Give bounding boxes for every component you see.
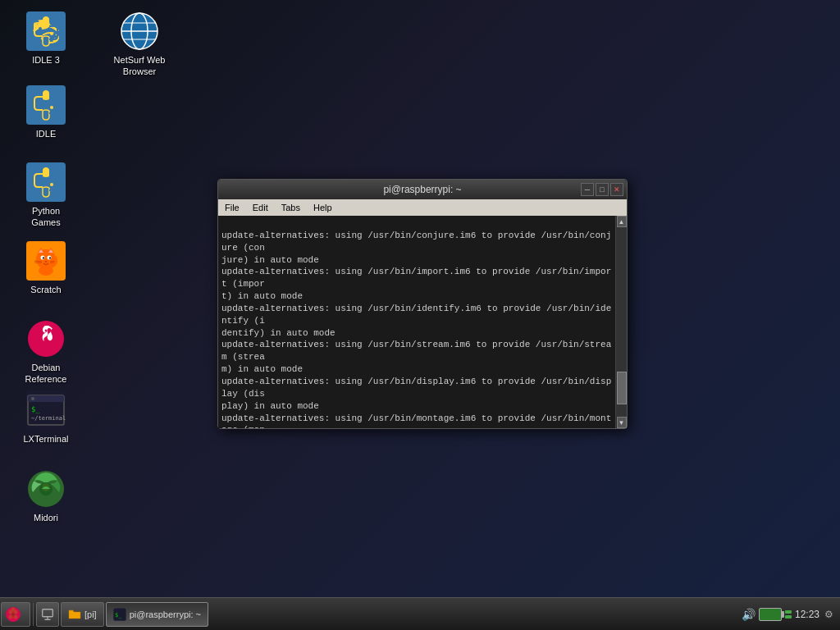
svg-point-34	[39, 266, 53, 276]
netsurf-label: NetSurf Web Browser	[114, 54, 166, 78]
desktop-icon-idle[interactable]: IDLE	[13, 82, 79, 143]
minimize-button[interactable]: ─	[581, 183, 594, 196]
terminal-scrollbar: ▲ ▼	[615, 216, 627, 428]
desktop-icon-netsurf[interactable]: NetSurf Web Browser	[107, 8, 172, 81]
desktop-icon-debian[interactable]: Debian Reference	[13, 316, 79, 389]
terminal-taskbar-icon: $_	[113, 608, 126, 621]
battery-tip	[782, 611, 784, 618]
netsurf-icon	[120, 11, 159, 51]
terminal-output: update-alternatives: using /usr/bin/conj…	[221, 231, 611, 428]
python-games-icon	[26, 162, 66, 202]
network-up	[785, 610, 792, 614]
svg-point-18	[50, 183, 53, 186]
midori-label: Midori	[34, 512, 58, 523]
menu-tabs[interactable]: Tabs	[278, 203, 304, 212]
clock: 12:23	[795, 609, 819, 620]
terminal-body: update-alternatives: using /usr/bin/conj…	[218, 216, 627, 428]
menu-edit[interactable]: Edit	[249, 203, 272, 212]
folder-icon	[68, 608, 81, 621]
close-button[interactable]: ✕	[610, 183, 623, 196]
svg-point-51	[11, 613, 15, 616]
scratch-icon	[26, 241, 66, 281]
power-icon[interactable]: ⚙	[824, 609, 833, 620]
svg-text:~/terminal: ~/terminal	[31, 415, 66, 422]
svg-point-48	[11, 607, 16, 611]
terminal-titlebar: pi@raspberrypi: ~ ─ □ ✕	[218, 180, 627, 199]
taskbar: [pi] $_ pi@raspberrypi: ~ 🔊 12:23 ⚙	[0, 597, 840, 630]
idle3-label: IDLE 3	[32, 54, 60, 66]
python-games-label: Python Games	[16, 205, 75, 229]
svg-text:$_: $_	[31, 405, 40, 413]
terminal-controls: ─ □ ✕	[581, 183, 623, 196]
scrollbar-thumb[interactable]	[617, 372, 627, 404]
desktop-icon-lxterminal[interactable]: $_ ~/terminal LXTerminal	[13, 387, 79, 448]
battery-indicator	[759, 608, 782, 621]
terminal-taskbar-button[interactable]: $_ pi@raspberrypi: ~	[106, 602, 208, 627]
network-icon	[40, 606, 55, 623]
lxterminal-label: LXTerminal	[23, 433, 68, 445]
taskbar-sep1	[33, 603, 34, 626]
terminal-taskbar-label: pi@raspberrypi: ~	[130, 609, 201, 619]
svg-text:$_: $_	[115, 612, 122, 619]
debian-label: Debian Reference	[25, 362, 67, 386]
maximize-button[interactable]: □	[596, 183, 609, 196]
menu-help[interactable]: Help	[310, 203, 336, 212]
network-status	[785, 610, 792, 619]
menu-file[interactable]: File	[221, 203, 243, 212]
debian-icon	[26, 319, 66, 358]
terminal-content[interactable]: update-alternatives: using /usr/bin/conj…	[218, 216, 615, 428]
svg-rect-52	[43, 609, 53, 616]
svg-point-14	[39, 101, 42, 104]
svg-point-17	[39, 178, 42, 181]
start-button[interactable]	[1, 602, 30, 627]
svg-point-6	[50, 32, 53, 35]
terminal-window: pi@raspberrypi: ~ ─ □ ✕ File Edit Tabs H…	[217, 179, 628, 429]
idle3-icon	[26, 11, 66, 51]
svg-point-29	[45, 261, 48, 262]
svg-point-27	[43, 257, 44, 258]
scrollbar-down[interactable]: ▼	[617, 417, 627, 428]
raspberry-icon	[5, 606, 21, 623]
network-down	[785, 615, 792, 619]
scrollbar-up[interactable]: ▲	[617, 216, 627, 227]
desktop-icon-midori[interactable]: Midori	[13, 466, 79, 527]
desktop: IDLE 3 NetSurf Web Browser	[0, 0, 840, 597]
desktop-icon-idle3[interactable]: IDLE 3	[13, 8, 79, 69]
filemanager-button[interactable]: [pi]	[61, 602, 104, 627]
system-tray: 🔊 12:23 ⚙	[735, 608, 840, 621]
battery-container	[759, 608, 782, 621]
terminal-title: pi@raspberrypi: ~	[383, 184, 461, 195]
terminal-menu: File Edit Tabs Help	[218, 199, 627, 216]
desktop-icon-python-games[interactable]: Python Games	[13, 159, 79, 232]
svg-point-15	[50, 106, 53, 109]
midori-icon	[26, 469, 66, 509]
svg-point-5	[39, 27, 42, 30]
lxterminal-icon: $_ ~/terminal	[26, 390, 66, 430]
network-icon-btn[interactable]	[36, 602, 59, 627]
filemanager-label: [pi]	[84, 609, 97, 619]
volume-icon[interactable]: 🔊	[742, 608, 756, 621]
idle-label: IDLE	[36, 128, 56, 139]
scratch-label: Scratch	[30, 284, 61, 295]
svg-point-39	[31, 397, 34, 400]
svg-point-28	[49, 257, 51, 258]
idle-icon	[26, 85, 66, 125]
scrollbar-track[interactable]	[616, 227, 627, 417]
desktop-icon-scratch[interactable]: Scratch	[13, 238, 79, 299]
